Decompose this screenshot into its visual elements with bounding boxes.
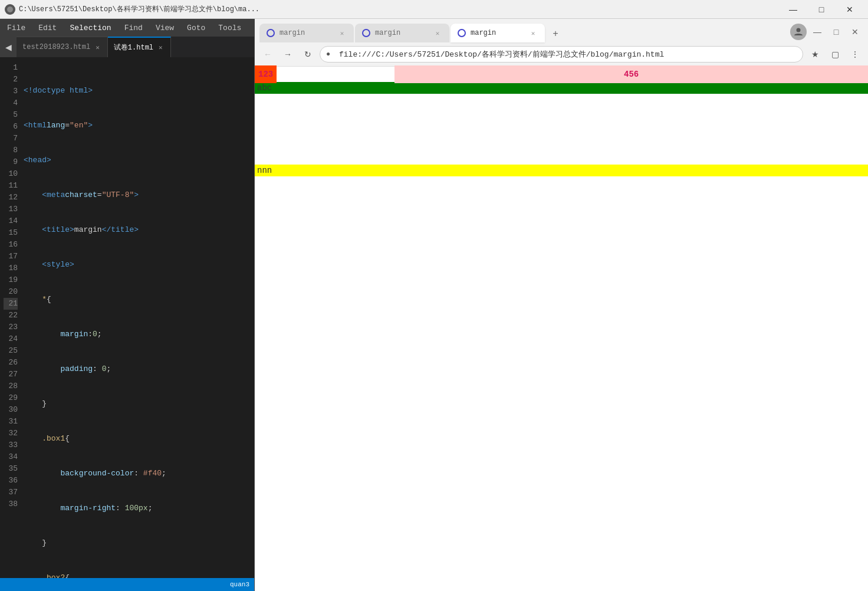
svg-point-1 <box>797 28 801 32</box>
editor-tab-test-label: test2018923.html <box>22 43 90 51</box>
editor-tab-exam-close[interactable]: ✕ <box>157 43 165 52</box>
browser-tab-2[interactable]: margin ✕ <box>355 24 449 42</box>
url-text: file:///C:/Users/57251/Desktop/各科学习资料/前端… <box>339 49 664 60</box>
editor-tab-test-close[interactable]: ✕ <box>94 43 101 52</box>
editor-tab-exam-label: 试卷1.html <box>114 42 153 52</box>
browser-tab-2-icon <box>362 29 370 37</box>
status-text: quan3 <box>230 581 249 588</box>
more-button[interactable]: ⋮ <box>847 46 863 63</box>
url-bar[interactable]: ● file:///C:/Users/57251/Desktop/各科学习资料/… <box>320 46 803 63</box>
browser-maximize-button[interactable]: □ <box>828 24 844 40</box>
code-line-15: .box2{ <box>24 572 254 578</box>
code-line-14: } <box>24 537 254 549</box>
bookmark-button[interactable]: ★ <box>807 46 823 63</box>
url-lock-icon: ● <box>326 50 330 58</box>
code-line-10: } <box>24 398 254 410</box>
box-row: 123 456 <box>255 67 868 82</box>
code-line-9: padding: 0; <box>24 363 254 375</box>
browser-tab-1-close[interactable]: ✕ <box>337 28 347 38</box>
code-content[interactable]: <!doctype html> <html lang="en"> <head> … <box>24 57 254 578</box>
browser-nav-bar: ← → ↻ ● file:///C:/Users/57251/Desktop/各… <box>255 42 868 66</box>
menu-tools[interactable]: Tools <box>216 22 244 34</box>
browser-pane: margin ✕ margin ✕ margin ✕ + <box>255 19 868 591</box>
box1-span: 123 <box>255 65 277 83</box>
browser-tab-2-label: margin <box>375 29 428 37</box>
editor-tab-exam[interactable]: 试卷1.html ✕ <box>108 37 171 57</box>
code-line-5: <title>margin</title> <box>24 224 254 236</box>
browser-tab-3-label: margin <box>471 29 524 37</box>
browser-chrome: margin ✕ margin ✕ margin ✕ + <box>255 19 868 67</box>
box2-span: 456 <box>394 65 868 83</box>
code-line-8: margin:0; <box>24 329 254 340</box>
browser-tabs-bar: margin ✕ margin ✕ margin ✕ + <box>255 19 868 42</box>
browser-tab-1-icon <box>267 29 275 37</box>
code-line-2: <html lang="en"> <box>24 120 254 132</box>
margin-spacer <box>255 94 868 165</box>
browser-tab-3-close[interactable]: ✕ <box>528 28 538 38</box>
browser-tab-2-close[interactable]: ✕ <box>433 28 442 38</box>
browser-tab-1[interactable]: margin ✕ <box>259 24 354 42</box>
menu-find[interactable]: Find <box>122 22 145 34</box>
code-line-13: margin-right: 100px; <box>24 503 254 514</box>
back-button[interactable]: ← <box>259 46 276 63</box>
browser-tab-1-label: margin <box>280 29 333 37</box>
editor-tab-test[interactable]: test2018923.html ✕ <box>17 37 108 57</box>
menu-goto[interactable]: Goto <box>185 22 208 34</box>
app-icon <box>5 4 15 15</box>
browser-close-button[interactable]: ✕ <box>847 24 863 40</box>
svg-point-0 <box>7 6 13 12</box>
menu-view[interactable]: View <box>153 22 176 34</box>
menu-file[interactable]: File <box>5 22 28 34</box>
code-line-12: background-color: #f40; <box>24 468 254 480</box>
editor-tabs: ◀ test2018923.html ✕ 试卷1.html ✕ <box>0 37 254 57</box>
menu-edit[interactable]: Edit <box>36 22 59 34</box>
status-bar: quan3 <box>0 578 254 591</box>
line-numbers: 12345 678910 1112131415 1617181920 21222… <box>0 57 24 578</box>
demo2-div: nnn <box>255 165 868 176</box>
code-line-1: <!doctype html> <box>24 85 254 97</box>
titlebar-controls: — □ ✕ <box>780 0 863 19</box>
rendered-content: 123 456 abc nnn <box>255 67 868 176</box>
code-line-6: <style> <box>24 259 254 271</box>
browser-tab-3-icon <box>458 29 466 37</box>
forward-button[interactable]: → <box>280 46 296 63</box>
editor-pane: File Edit Selection Find View Goto Tools… <box>0 19 255 591</box>
minimize-button[interactable]: — <box>780 0 807 19</box>
main-layout: File Edit Selection Find View Goto Tools… <box>0 19 868 591</box>
browser-content: 123 456 abc nnn <box>255 67 868 591</box>
menu-selection[interactable]: Selection <box>67 22 113 34</box>
screenshot-button[interactable]: ▢ <box>827 46 843 63</box>
code-line-3: <head> <box>24 155 254 166</box>
tab-nav-left[interactable]: ◀ <box>0 37 17 57</box>
editor-menubar: File Edit Selection Find View Goto Tools… <box>0 19 254 37</box>
new-tab-button[interactable]: + <box>546 26 565 42</box>
browser-minimize-button[interactable]: — <box>809 24 826 40</box>
window-titlebar: C:\Users\57251\Desktop\各科学习资料\前端学习总文件\bl… <box>0 0 868 19</box>
code-line-7: *{ <box>24 294 254 306</box>
demo1-div: abc <box>255 82 868 94</box>
titlebar-left: C:\Users\57251\Desktop\各科学习资料\前端学习总文件\bl… <box>5 4 259 15</box>
code-area[interactable]: 12345 678910 1112131415 1617181920 21222… <box>0 57 254 578</box>
code-line-4: <meta charset="UTF-8"> <box>24 189 254 201</box>
code-line-11: .box1{ <box>24 433 254 445</box>
reload-button[interactable]: ↻ <box>300 46 316 63</box>
browser-tab-3[interactable]: margin ✕ <box>451 24 545 42</box>
profile-icon[interactable] <box>790 24 807 40</box>
close-button[interactable]: ✕ <box>836 0 863 19</box>
titlebar-path: C:\Users\57251\Desktop\各科学习资料\前端学习总文件\bl… <box>19 4 259 14</box>
maximize-button[interactable]: □ <box>808 0 835 19</box>
